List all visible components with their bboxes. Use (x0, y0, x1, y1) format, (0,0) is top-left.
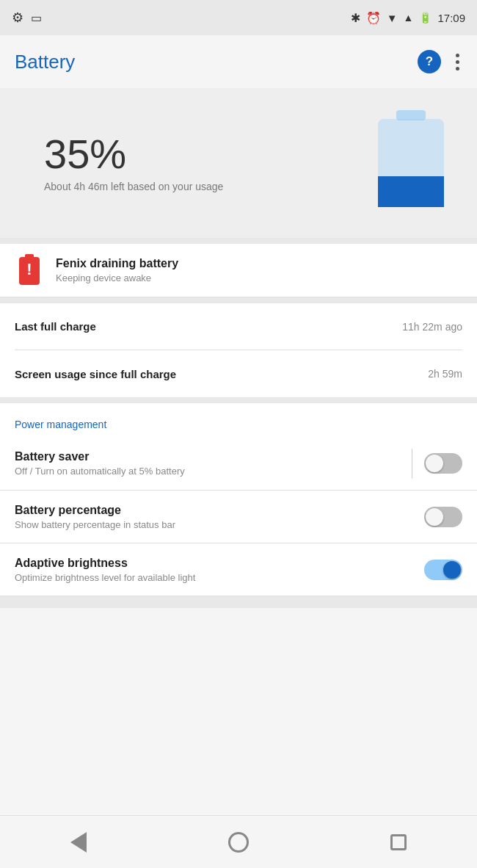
battery-visual (374, 110, 448, 216)
svg-rect-4 (378, 203, 444, 207)
bottom-nav (0, 815, 477, 868)
svg-rect-2 (378, 176, 444, 207)
content-area: 35% About 4h 46m left based on your usag… (0, 88, 477, 667)
battery-status-icon: 🔋 (419, 12, 432, 23)
last-charge-value: 11h 22m ago (402, 321, 462, 333)
time-display: 17:09 (437, 12, 465, 24)
battery-percentage: 35% (44, 134, 223, 175)
adaptive-brightness-item[interactable]: Adaptive brightness Optimize brightness … (0, 543, 477, 596)
wifi-icon: ▼ (387, 12, 398, 24)
adaptive-brightness-title: Adaptive brightness (15, 557, 412, 570)
help-button[interactable]: ? (418, 50, 441, 73)
section-divider-1 (0, 238, 477, 244)
battery-card: 35% About 4h 46m left based on your usag… (0, 88, 477, 238)
settings-icon: ⚙ (12, 10, 23, 26)
battery-saver-item[interactable]: Battery saver Off / Turn on automaticall… (0, 437, 477, 491)
screen-usage-label: Screen usage since full charge (15, 368, 176, 380)
battery-description: About 4h 46m left based on your usage (44, 181, 223, 192)
app-bar: Battery ? (0, 35, 477, 88)
section-divider-4 (0, 596, 477, 608)
svg-rect-0 (396, 110, 426, 120)
battery-saver-text: Battery saver Off / Turn on automaticall… (15, 450, 412, 477)
battery-icon-svg (374, 110, 448, 213)
dot-3 (456, 67, 459, 70)
status-bar: ⚙ ▭ ✱ ⏰ ▼ ▲ 🔋 17:09 (0, 0, 477, 35)
screen-usage-row: Screen usage since full charge 2h 59m (15, 350, 462, 397)
battery-saver-toggle[interactable] (424, 453, 462, 474)
svg-text:!: ! (26, 260, 32, 278)
status-bar-left: ⚙ ▭ (12, 10, 42, 26)
battery-percentage-item[interactable]: Battery percentage Show battery percenta… (0, 491, 477, 543)
battery-saver-toggle-group (412, 449, 462, 478)
home-icon (228, 832, 249, 853)
battery-percentage-toggle-knob (426, 508, 443, 526)
alarm-icon: ⏰ (366, 11, 381, 25)
fenix-battery-icon: ! (19, 254, 40, 286)
draining-app-content: Fenix draining battery Keeping device aw… (56, 257, 462, 283)
draining-app-subtitle: Keeping device awake (56, 272, 462, 283)
help-icon: ? (426, 54, 433, 69)
app-bar-actions: ? (418, 50, 462, 73)
recent-icon (390, 834, 407, 850)
section-divider-2 (0, 297, 477, 303)
battery-percentage-title: Battery percentage (15, 504, 412, 517)
signal-icon: ▲ (404, 12, 414, 23)
dot-2 (456, 60, 459, 64)
more-options-button[interactable] (453, 51, 462, 73)
adaptive-brightness-subtitle: Optimize brightness level for available … (15, 572, 412, 583)
draining-app-name: Fenix draining battery (56, 257, 462, 270)
stats-section: Last full charge 11h 22m ago Screen usag… (0, 303, 477, 397)
home-button[interactable] (228, 832, 249, 853)
power-management-header: Power management (0, 403, 477, 437)
last-charge-row: Last full charge 11h 22m ago (15, 303, 462, 350)
battery-percentage-subtitle: Show battery percentage in status bar (15, 519, 412, 530)
bluetooth-icon: ✱ (351, 11, 360, 25)
dot-1 (456, 54, 459, 57)
adaptive-brightness-text: Adaptive brightness Optimize brightness … (15, 557, 424, 583)
back-button[interactable] (70, 832, 87, 853)
screen-icon: ▭ (31, 11, 42, 25)
app-battery-icon-container: ! (15, 256, 44, 285)
battery-saver-toggle-knob (426, 455, 443, 472)
section-divider-3 (0, 397, 477, 403)
battery-info: 35% About 4h 46m left based on your usag… (44, 134, 223, 192)
screen-usage-value: 2h 59m (428, 368, 462, 380)
battery-percentage-toggle[interactable] (424, 507, 462, 527)
battery-saver-subtitle: Off / Turn on automatically at 5% batter… (15, 466, 400, 477)
page-title: Battery (15, 51, 75, 73)
adaptive-brightness-toggle-knob (443, 561, 461, 579)
status-bar-right: ✱ ⏰ ▼ ▲ 🔋 17:09 (351, 11, 465, 25)
adaptive-brightness-toggle[interactable] (424, 560, 462, 580)
battery-saver-title: Battery saver (15, 450, 400, 463)
last-charge-label: Last full charge (15, 320, 96, 333)
toggle-divider (412, 449, 412, 478)
recent-apps-button[interactable] (390, 834, 407, 850)
battery-percentage-text: Battery percentage Show battery percenta… (15, 504, 424, 530)
back-icon (70, 832, 87, 853)
power-management-title: Power management (15, 419, 106, 430)
draining-app-item[interactable]: ! Fenix draining battery Keeping device … (0, 244, 477, 297)
